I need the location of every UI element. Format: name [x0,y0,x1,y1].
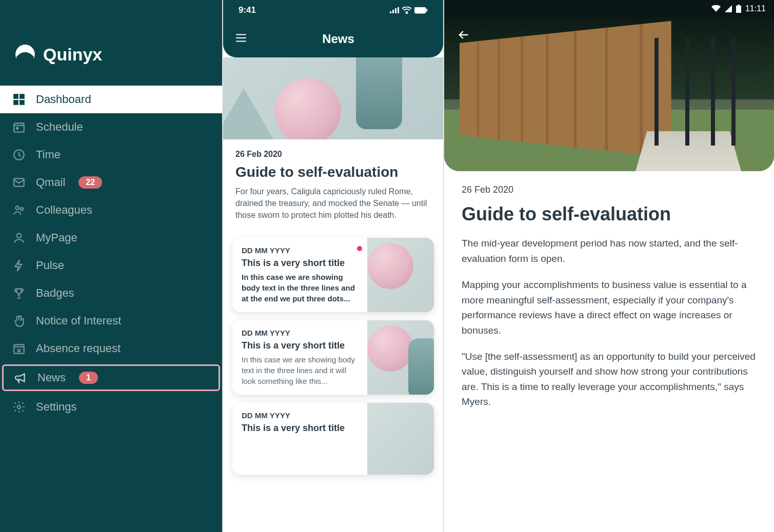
svg-rect-3 [14,100,18,105]
svg-rect-16 [395,8,396,13]
sidebar-item-label: News [37,371,66,384]
svg-point-11 [17,233,22,238]
news-header: News [223,21,443,57]
svg-point-9 [16,206,19,210]
mail-icon [12,176,26,189]
sidebar-item-label: Time [36,148,61,161]
status-time: 11:11 [745,4,766,13]
sidebar-item-news[interactable]: News 1 [2,364,220,391]
signal-icon [725,5,732,12]
trophy-icon [12,287,26,300]
news-card[interactable]: DD MM YYYY This is a very short title [232,403,434,475]
sidebar-item-mypage[interactable]: MyPage [0,224,222,252]
featured-article[interactable]: 26 Feb 2020 Guide to self-evaluation For… [223,139,443,234]
sidebar-item-label: Badges [36,287,74,300]
sidebar-item-label: Colleagues [36,203,92,217]
calendar-icon [12,120,26,134]
article-paragraph: Mapping your accomplishments to business… [462,277,757,338]
card-thumbnail [367,403,434,475]
card-date: DD MM YYYY [242,411,358,420]
sidebar-item-colleagues[interactable]: Colleagues [0,196,222,224]
battery-icon [736,5,741,13]
featured-hero-image [223,57,443,139]
svg-point-6 [16,128,18,129]
sidebar-item-dashboard[interactable]: Dashboard [0,86,222,113]
card-thumbnail [367,238,434,312]
clock-icon [12,148,26,161]
svg-rect-1 [14,94,18,98]
card-body: In this case we are showing body text in… [242,354,358,386]
back-arrow-icon[interactable] [457,28,471,46]
svg-rect-17 [398,7,399,13]
svg-rect-5 [14,123,24,132]
calendar-x-icon [12,342,26,355]
bolt-icon [12,259,26,272]
sidebar-item-label: Notice of Interest [36,314,121,328]
wifi-icon [402,7,411,14]
dashboard-icon [12,93,26,106]
sidebar-item-label: Pulse [36,259,64,272]
sidebar-item-pulse[interactable]: Pulse [0,252,222,279]
brand-name: Quinyx [43,45,102,65]
featured-body: For four years, Caligula capriciously ru… [235,186,431,221]
article-paragraph: The mid-year development period has now … [462,236,757,266]
article-title: Guide to self-evaluation [462,203,757,224]
unread-dot-icon [357,246,362,251]
svg-rect-21 [738,5,740,6]
svg-rect-2 [20,94,24,98]
svg-rect-19 [426,9,427,12]
card-title: This is a very short title [242,423,358,434]
svg-rect-4 [20,100,24,105]
sidebar-item-label: Absence request [36,342,121,355]
news-card[interactable]: DD MM YYYY This is a very short title In… [232,320,434,395]
sidebar-item-absence[interactable]: Absence request [0,335,222,362]
featured-date: 26 Feb 2020 [235,150,431,159]
article-paragraph: "Use [the self-assessment] as an opportu… [462,349,757,410]
card-title: This is a very short title [242,258,358,269]
sidebar-item-schedule[interactable]: Schedule [0,113,222,141]
svg-rect-20 [736,6,741,13]
article-detail-panel: 11:11 26 Feb 2020 Guide to self-evaluati… [444,0,774,532]
sidebar-item-label: MyPage [36,231,77,244]
article-body: 26 Feb 2020 Guide to self-evaluation The… [444,171,774,423]
hand-icon [12,314,26,328]
person-icon [12,231,26,244]
sidebar-item-notice[interactable]: Notice of Interest [0,307,222,335]
sidebar-panel: Quinyx Dashboard Schedule Time Qmail [0,0,222,532]
qmail-badge: 22 [78,176,102,189]
wifi-icon [711,5,721,12]
sidebar-item-label: Qmail [36,176,65,189]
signal-icon [390,7,399,13]
brand-row: Quinyx [0,44,222,86]
sidebar-item-settings[interactable]: Settings [0,393,222,421]
status-icons [390,7,428,14]
sidebar-item-label: Dashboard [36,93,91,106]
sidebar-item-badges[interactable]: Badges [0,279,222,307]
news-list-panel: 9:41 News 26 Feb 2020 Guide to self-eval… [222,0,444,532]
article-date: 26 Feb 2020 [462,185,757,195]
status-time: 9:41 [239,5,256,15]
svg-rect-12 [14,344,24,353]
android-statusbar: 11:11 [444,0,774,17]
svg-rect-15 [392,10,394,13]
gear-icon [12,400,26,414]
news-header-title: News [245,32,432,46]
card-date: DD MM YYYY [242,246,358,255]
svg-rect-18 [414,7,426,13]
card-title: This is a very short title [242,340,358,351]
news-badge: 1 [79,372,98,384]
card-date: DD MM YYYY [242,329,358,337]
sidebar-item-qmail[interactable]: Qmail 22 [0,169,222,196]
sidebar-item-time[interactable]: Time [0,141,222,169]
article-hero-image [444,17,774,171]
quinyx-logo-icon [14,44,36,65]
people-icon [12,203,26,217]
sidebar-item-label: Settings [36,400,77,414]
svg-rect-14 [390,11,391,13]
card-thumbnail [367,320,434,395]
news-card[interactable]: DD MM YYYY This is a very short title In… [232,238,434,312]
sidebar-item-label: Schedule [36,120,83,134]
sidebar-nav: Dashboard Schedule Time Qmail 22 Colle [0,86,222,421]
ios-statusbar: 9:41 [223,0,443,21]
svg-point-10 [21,208,23,210]
